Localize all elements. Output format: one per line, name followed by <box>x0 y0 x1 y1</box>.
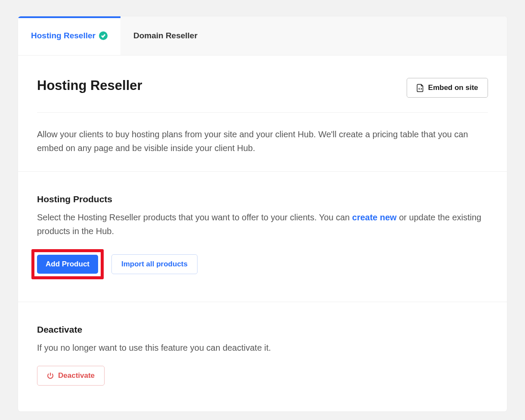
power-icon <box>47 372 54 379</box>
deactivate-button[interactable]: Deactivate <box>37 366 105 386</box>
reseller-card: Hosting Reseller Domain Reseller Hosting… <box>18 16 507 411</box>
hosting-products-title: Hosting Products <box>37 194 488 204</box>
check-badge-icon <box>99 31 108 40</box>
tab-domain-reseller[interactable]: Domain Reseller <box>120 16 210 55</box>
products-button-row: Add Product Import all products <box>37 249 488 279</box>
deactivate-button-row: Deactivate <box>37 366 488 386</box>
embed-button-label: Embed on site <box>428 83 478 92</box>
add-product-button[interactable]: Add Product <box>37 255 98 274</box>
add-product-highlight: Add Product <box>31 249 104 279</box>
header-row: Hosting Reseller Embed on site <box>37 78 488 113</box>
header-section: Hosting Reseller Embed on site Allow you… <box>18 56 507 171</box>
hosting-products-description: Select the Hosting Reseller products tha… <box>37 210 488 238</box>
tab-domain-label: Domain Reseller <box>133 31 198 40</box>
header-description: Allow your clients to buy hosting plans … <box>37 127 488 155</box>
deactivate-button-label: Deactivate <box>58 371 95 380</box>
file-code-icon <box>417 84 424 92</box>
page-title: Hosting Reseller <box>37 78 142 93</box>
tab-hosting-label: Hosting Reseller <box>31 31 96 40</box>
tab-hosting-reseller[interactable]: Hosting Reseller <box>18 16 120 55</box>
deactivate-section: Deactivate If you no longer want to use … <box>18 302 507 411</box>
hosting-products-section: Hosting Products Select the Hosting Rese… <box>18 171 507 302</box>
products-desc-prefix: Select the Hosting Reseller products tha… <box>37 213 352 222</box>
deactivate-description: If you no longer want to use this featur… <box>37 341 488 355</box>
deactivate-title: Deactivate <box>37 324 488 335</box>
embed-on-site-button[interactable]: Embed on site <box>407 78 488 98</box>
import-all-products-button[interactable]: Import all products <box>111 254 198 274</box>
create-new-link[interactable]: create new <box>352 213 396 222</box>
tabs-bar: Hosting Reseller Domain Reseller <box>18 16 507 56</box>
